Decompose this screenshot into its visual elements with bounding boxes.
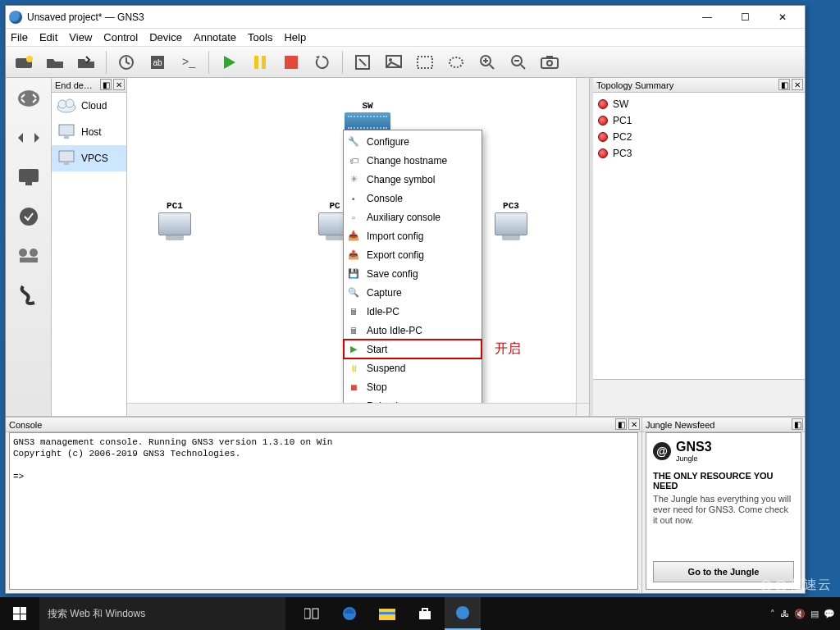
tray-chevron-icon[interactable]: ˄ xyxy=(770,609,775,619)
menu-device[interactable]: Device xyxy=(149,31,182,43)
ctx-stop[interactable]: ⏹Stop xyxy=(344,377,482,396)
panel-close-icon[interactable]: ✕ xyxy=(113,79,125,90)
ctx-suspend[interactable]: ⏸Suspend xyxy=(344,358,482,377)
ctx-change-symbol[interactable]: ✳Change symbol xyxy=(344,170,482,189)
system-tray[interactable]: ˄ 🖧 🔇 ▤ 💬 xyxy=(765,609,840,619)
tray-volume-icon[interactable]: 🔇 xyxy=(794,609,806,619)
device-panel-header: End de… ◧✕ xyxy=(52,78,126,93)
annotate-ellipse-icon[interactable] xyxy=(443,50,469,75)
new-project-icon[interactable] xyxy=(11,50,37,75)
ctx-change-hostname[interactable]: 🏷Change hostname xyxy=(344,151,482,170)
watermark: 亿速云 xyxy=(760,577,832,594)
all-devices-icon[interactable] xyxy=(13,242,44,270)
annotate-image-icon[interactable] xyxy=(381,50,407,75)
topology-item-sw[interactable]: SW xyxy=(598,96,800,112)
device-item-cloud[interactable]: Cloud xyxy=(52,93,126,119)
menu-edit[interactable]: Edit xyxy=(39,31,57,43)
svg-rect-18 xyxy=(546,56,553,59)
annotate-note-icon[interactable] xyxy=(349,50,376,75)
security-icon[interactable] xyxy=(13,203,44,231)
panel-close-icon[interactable]: ✕ xyxy=(628,418,640,430)
ctx-save-config[interactable]: 💾Save config xyxy=(344,264,482,283)
end-devices-icon[interactable] xyxy=(13,163,44,191)
canvas-vscrollbar[interactable] xyxy=(576,78,589,403)
pause-all-icon[interactable] xyxy=(247,50,273,75)
snapshot-icon[interactable] xyxy=(113,50,139,75)
task-view-icon[interactable] xyxy=(294,597,330,630)
routers-icon[interactable] xyxy=(13,84,44,112)
svg-rect-20 xyxy=(19,169,39,182)
topology-item-pc2[interactable]: PC2 xyxy=(598,129,800,145)
topology-canvas[interactable]: SWPC1PCPC3🔧Configure🏷Change hostname✳Cha… xyxy=(127,78,589,403)
start-button[interactable] xyxy=(0,597,39,630)
menu-control[interactable]: Control xyxy=(103,31,138,43)
screenshot-icon[interactable] xyxy=(536,50,563,75)
link-icon[interactable] xyxy=(13,281,44,309)
device-item-host[interactable]: Host xyxy=(52,119,126,145)
device-category-bar xyxy=(6,78,52,416)
panel-close-icon[interactable]: ✕ xyxy=(792,79,803,90)
ctx-auto-idle-pc[interactable]: 🖩Auto Idle-PC xyxy=(344,321,482,340)
topology-item-pc3[interactable]: PC3 xyxy=(598,145,800,162)
svg-rect-38 xyxy=(419,611,431,619)
open-project-icon[interactable] xyxy=(42,50,68,75)
ctx-capture[interactable]: 🔍Capture xyxy=(344,283,482,302)
annotation-text: 开启 xyxy=(495,340,521,358)
panel-float-icon[interactable]: ◧ xyxy=(792,418,803,430)
topology-item-pc1[interactable]: PC1 xyxy=(598,112,800,129)
canvas-hscrollbar[interactable] xyxy=(127,403,576,416)
gns3-taskbar-icon[interactable] xyxy=(445,597,481,630)
ctx-console[interactable]: ▪Console xyxy=(344,189,482,208)
ctx-start[interactable]: ▶Start xyxy=(344,340,482,358)
explorer-icon[interactable] xyxy=(369,597,405,630)
tray-keyboard-icon[interactable]: ▤ xyxy=(810,609,819,619)
switches-icon[interactable] xyxy=(13,124,44,152)
minimize-button[interactable]: — xyxy=(688,6,726,29)
console-all-icon[interactable]: >_ xyxy=(176,50,202,75)
show-interface-icon[interactable]: ab xyxy=(144,50,171,75)
status-dot-icon xyxy=(598,99,608,109)
reload-all-icon[interactable] xyxy=(309,50,336,75)
tray-network-icon[interactable]: 🖧 xyxy=(780,609,789,619)
svg-rect-34 xyxy=(313,609,318,619)
svg-point-1 xyxy=(26,56,33,62)
close-button[interactable]: ✕ xyxy=(764,6,801,29)
panel-float-icon[interactable]: ◧ xyxy=(615,418,627,430)
ctx-reload[interactable]: ⟳Reload xyxy=(344,396,482,403)
ctx-auxiliary-console[interactable]: ▫Auxiliary console xyxy=(344,208,482,226)
start-all-icon[interactable] xyxy=(216,50,242,75)
device-item-vpcs[interactable]: VPCS xyxy=(52,145,126,171)
zoom-out-icon[interactable] xyxy=(505,50,532,75)
panel-float-icon[interactable]: ◧ xyxy=(100,79,112,90)
console-output[interactable]: GNS3 management console. Running GNS3 ve… xyxy=(9,432,638,590)
jungle-panel: Jungle Newsfeed ◧ @ GNS3Jungle THE ONLY … xyxy=(642,418,805,593)
ctx-import-config[interactable]: 📥Import config xyxy=(344,226,482,245)
store-icon[interactable] xyxy=(407,597,443,630)
menu-tools[interactable]: Tools xyxy=(248,31,272,43)
ctx-idle-pc[interactable]: 🖩Idle-PC xyxy=(344,302,482,321)
tray-notifications-icon[interactable]: 💬 xyxy=(824,609,835,619)
menu-annotate[interactable]: Annotate xyxy=(194,31,236,43)
titlebar: Unsaved project* — GNS3 — ☐ ✕ xyxy=(6,6,805,29)
node-pc1[interactable]: PC1 xyxy=(156,201,194,245)
ctx-export-config[interactable]: 📤Export config xyxy=(344,245,482,264)
svg-rect-29 xyxy=(59,125,74,135)
panel-float-icon[interactable]: ◧ xyxy=(778,79,790,90)
stop-all-icon[interactable] xyxy=(278,50,304,75)
menu-file[interactable]: File xyxy=(11,31,28,43)
node-pc3[interactable]: PC3 xyxy=(492,201,530,245)
save-project-icon[interactable] xyxy=(73,50,99,75)
ctx-configure[interactable]: 🔧Configure xyxy=(344,132,482,151)
zoom-in-icon[interactable] xyxy=(474,50,500,75)
annotate-rect-icon[interactable] xyxy=(412,50,438,75)
node-sw[interactable]: SW xyxy=(345,101,390,132)
menu-view[interactable]: View xyxy=(69,31,92,43)
svg-rect-8 xyxy=(285,56,298,69)
maximize-button[interactable]: ☐ xyxy=(726,6,764,29)
reload-icon: ⟳ xyxy=(347,399,360,404)
status-dot-icon xyxy=(598,116,608,126)
taskbar-search[interactable]: 搜索 Web 和 Windows xyxy=(39,597,285,630)
status-dot-icon xyxy=(598,132,608,142)
menu-help[interactable]: Help xyxy=(284,31,306,43)
edge-icon[interactable] xyxy=(331,597,368,630)
